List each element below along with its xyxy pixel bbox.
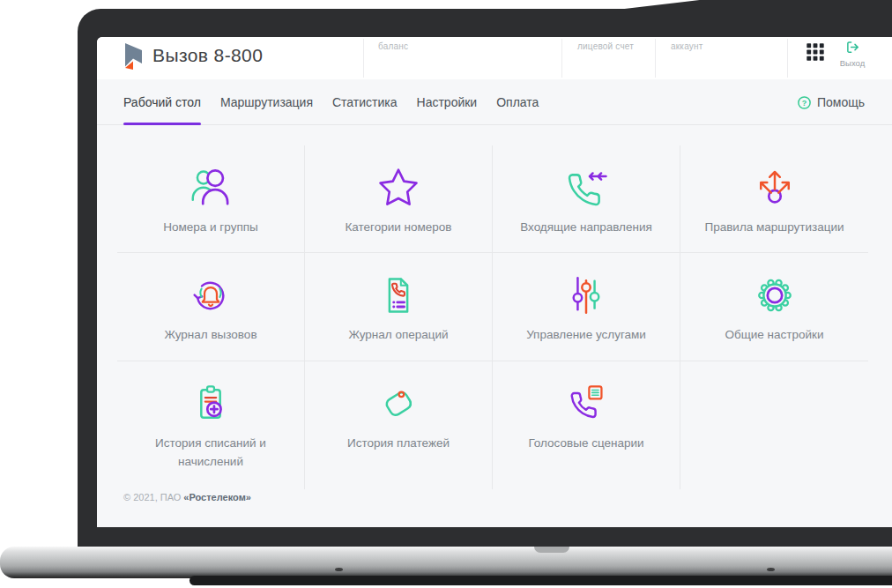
nav-tabs: Рабочий стол Маршрутизация Статистика На… [123,79,539,125]
tile-grid: Номера и группы Категории номеров [117,145,868,489]
charges-history-icon [187,380,234,428]
voice-scenarios-icon [562,380,610,428]
tile-incoming-directions[interactable]: Входящие направления [493,145,680,253]
main-content: Рабочий стол Маршрутизация Статистика На… [97,79,892,527]
balance-field-label: баланс [378,41,408,51]
tab-statistics[interactable]: Статистика [332,79,398,125]
settings-gear-icon [751,272,799,319]
footer-copyright: © 2021, ПАО «Ростелеком» [123,492,251,502]
laptop-foot [335,568,343,571]
tile-label: Журнал вызовов [164,326,256,345]
tile-numbers-groups[interactable]: Номера и группы [117,145,305,253]
laptop-bezel-top-edge [617,0,892,10]
tile-number-categories[interactable]: Категории номеров [305,145,493,253]
tile-label: Голосовые сценарии [528,435,643,453]
logout-icon [846,41,859,54]
personal-account-field-label: лицевой счет [577,41,634,51]
header-divider [655,39,656,78]
tile-call-log[interactable]: Журнал вызовов [117,253,305,361]
services-sliders-icon [562,272,610,319]
app-title: Вызов 8-800 [152,45,263,66]
routing-arrows-icon [751,164,799,212]
tile-voice-scenarios[interactable]: Голосовые сценарии [493,361,680,489]
tile-general-settings[interactable]: Общие настройки [680,253,868,361]
help-label: Помощь [817,95,865,109]
incoming-call-icon [562,164,610,212]
main-nav: Рабочий стол Маршрутизация Статистика На… [97,79,892,125]
tab-routing[interactable]: Маршрутизация [220,79,313,125]
app-header: Вызов 8-800 баланс лицевой счет аккаунт [97,37,892,79]
header-divider [787,39,788,78]
tab-payment[interactable]: Оплата [496,79,539,125]
tile-label: Входящие направления [520,219,652,237]
tile-label: Управление услугами [526,326,646,345]
tile-label: История списаний и начислений [133,435,288,472]
tile-label: Журнал операций [348,326,448,345]
laptop-mockup: Вызов 8-800 баланс лицевой счет аккаунт [0,0,892,588]
call-log-bell-icon [187,272,234,319]
star-icon [375,164,422,212]
svg-text:?: ? [802,98,807,107]
tile-label: Категории номеров [345,219,451,237]
laptop-base-underside [190,576,892,585]
tab-desktop[interactable]: Рабочий стол [123,79,201,125]
tile-label: Номера и группы [163,219,257,237]
operations-log-icon [375,272,422,319]
header-divider [363,39,364,78]
copyright-text: © 2021, ПАО [123,492,183,502]
help-button[interactable]: ? Помощь [797,79,865,125]
grid-cell-empty [680,361,868,489]
help-question-icon: ? [797,95,812,110]
tile-service-management[interactable]: Управление услугами [493,253,680,361]
account-field-label: аккаунт [671,41,702,51]
company-name: «Ростелеком» [183,492,251,502]
header-divider [561,39,562,78]
tile-operations-log[interactable]: Журнал операций [305,253,493,361]
tile-label: История платежей [347,435,450,453]
app-screen: Вызов 8-800 баланс лицевой счет аккаунт [97,37,892,527]
grid-apps-icon[interactable] [806,42,825,62]
payments-wallet-icon [375,380,422,428]
logout-button[interactable]: Выход [825,41,880,68]
users-icon [187,164,234,212]
tile-payments-history[interactable]: История платежей [305,361,493,489]
tile-routing-rules[interactable]: Правила маршрутизации [680,145,868,253]
laptop-foot [767,568,775,571]
tile-label: Общие настройки [725,326,823,345]
logout-label: Выход [825,58,880,68]
tile-charges-history[interactable]: История списаний и начислений [117,361,305,489]
rostelecom-logo-icon[interactable] [122,42,145,74]
tile-label: Правила маршрутизации [704,219,844,237]
laptop-lid-notch [534,547,569,553]
tab-settings[interactable]: Настройки [417,79,478,125]
laptop-base [0,547,892,578]
